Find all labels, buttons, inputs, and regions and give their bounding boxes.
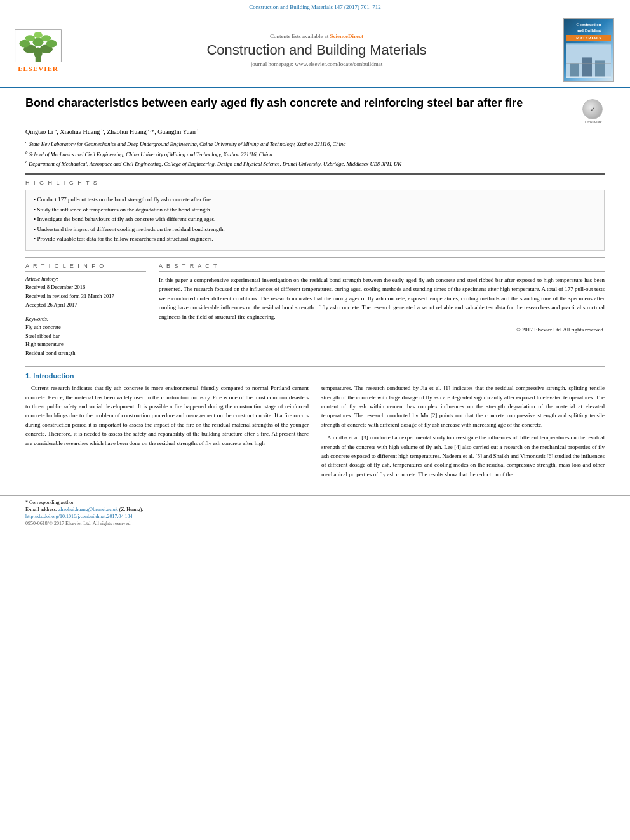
elsevier-logo: ELSEVIER (6, 29, 70, 72)
keyword-4: Residual bond strength (25, 350, 146, 357)
svg-rect-13 (582, 58, 592, 77)
journal-ref-bar: Construction and Building Materials 147 … (0, 0, 630, 13)
intro-para-right-1: temperatures. The research conducted by … (321, 383, 605, 429)
highlight-4: Understand the impact of different cooli… (34, 225, 596, 234)
abstract-col: A B S T R A C T In this paper a comprehe… (159, 263, 605, 359)
doi-link[interactable]: http://dx.doi.org/10.1016/j.conbuildmat.… (25, 514, 605, 519)
contents-line: Contents lists available at ScienceDirec… (76, 33, 557, 39)
abstract-text: In this paper a comprehensive experiment… (159, 276, 605, 321)
journal-reference: Construction and Building Materials 147 … (249, 4, 380, 10)
article-history-label: Article history: (25, 276, 146, 282)
copyright-line: © 2017 Elsevier Ltd. All rights reserved… (159, 326, 605, 333)
author-qingtao-li: Qingtao Li a (25, 128, 57, 135)
abstract-heading: A B S T R A C T (159, 263, 605, 272)
article-info-heading: A R T I C L E I N F O (25, 263, 146, 272)
page: Construction and Building Materials 147 … (0, 0, 630, 840)
email-name: (Z. Huang). (119, 507, 144, 512)
keyword-1: Fly ash concrete (25, 324, 146, 331)
crossmark-label: CrossMark (582, 120, 605, 124)
highlight-3: Investigate the bond behaviours of fly a… (34, 215, 596, 223)
intro-right-col: temperatures. The research conducted by … (321, 383, 605, 483)
keyword-3: High temperature (25, 341, 146, 349)
journal-cover-area: Construction and Building MATERIALS (563, 18, 617, 82)
highlight-5: Provide valuable test data for the fello… (34, 235, 596, 243)
svg-rect-12 (570, 64, 579, 77)
elsevier-tree-icon (13, 29, 64, 63)
header-area: ELSEVIER Contents lists available at Sci… (0, 13, 630, 88)
cover-title-line1: Construction and Building (576, 22, 601, 34)
crossmark-icon: ✓ (582, 99, 603, 119)
rule-after-affiliations (25, 173, 605, 175)
highlight-2: Study the influence of temperatures on t… (34, 206, 596, 214)
accepted-date: Accepted 26 April 2017 (25, 302, 146, 309)
highlights-heading: H I G H L I G H T S (25, 180, 605, 186)
highlight-1: Conduct 177 pull-out tests on the bond s… (34, 196, 596, 204)
main-content: Bond characteristics between early aged … (0, 88, 630, 495)
crossmark-badge[interactable]: ✓ CrossMark (582, 99, 605, 121)
author-xiaohua-huang: Xiaohua Huang b (60, 128, 104, 135)
sciencedirect-link[interactable]: ScienceDirect (330, 33, 363, 39)
keywords-label: Keywords: (25, 316, 146, 322)
highlights-box: Conduct 177 pull-out tests on the bond s… (25, 190, 605, 251)
svg-point-9 (34, 32, 43, 38)
article-title-section: Bond characteristics between early aged … (25, 96, 605, 121)
elsevier-logo-area: ELSEVIER (6, 29, 70, 72)
email-note: E-mail address: zhaohui.huang@brunel.ac.… (25, 507, 605, 512)
corresponding-note: * Corresponding author. (25, 500, 605, 505)
authors-line: Qingtao Li a, Xiaohua Huang b, Zhaohui H… (25, 128, 605, 135)
intro-heading: 1. Introduction (25, 372, 605, 380)
cover-materials-label: MATERIALS (568, 36, 610, 40)
homepage-label: journal homepage: www.elsevier.com/locat… (251, 61, 382, 67)
article-info-col: A R T I C L E I N F O Article history: R… (25, 263, 146, 359)
email-address[interactable]: zhaohui.huang@brunel.ac.uk (58, 507, 118, 512)
contents-label: Contents lists available at (270, 33, 328, 39)
svg-point-8 (41, 35, 51, 41)
affil-b: b School of Mechanics and Civil Engineer… (25, 149, 605, 159)
author-guanglin-yuan: Guanglin Yuan b (158, 128, 199, 135)
svg-rect-14 (595, 61, 605, 77)
header-center: Contents lists available at ScienceDirec… (76, 33, 557, 67)
affil-c: c Department of Mechanical, Aerospace an… (25, 159, 605, 168)
intro-para-1: Current research indicates that fly ash … (25, 383, 309, 448)
article-info-abstract-section: A R T I C L E I N F O Article history: R… (25, 263, 605, 359)
rule-after-highlights (25, 257, 605, 258)
intro-left-col: Current research indicates that fly ash … (25, 383, 309, 483)
article-title: Bond characteristics between early aged … (25, 96, 576, 110)
rule-before-intro (25, 366, 605, 367)
revised-date: Received in revised form 31 March 2017 (25, 293, 146, 300)
affil-a: a State Key Laboratory for Geomechanics … (25, 139, 605, 149)
intro-section: 1. Introduction Current research indicat… (25, 372, 605, 483)
cover-image (566, 43, 611, 78)
issn-line: 0950-0618/© 2017 Elsevier Ltd. All right… (25, 521, 605, 526)
received-date: Received 8 December 2016 (25, 284, 146, 291)
intro-body-columns: Current research indicates that fly ash … (25, 383, 605, 483)
svg-point-7 (25, 35, 35, 41)
cover-orange-bar: MATERIALS (566, 35, 611, 41)
intro-para-right-2: Amrutha et al. [3] conducted an experime… (321, 433, 605, 479)
journal-homepage: journal homepage: www.elsevier.com/locat… (76, 61, 557, 67)
affiliations: a State Key Laboratory for Geomechanics … (25, 139, 605, 168)
elsevier-wordmark: ELSEVIER (18, 65, 58, 72)
footer-area: * Corresponding author. E-mail address: … (0, 495, 630, 530)
author-zhaohui-huang: Zhaohui Huang c,* (107, 128, 154, 135)
journal-title: Construction and Building Materials (76, 42, 557, 58)
keyword-2: Steel ribbed bar (25, 333, 146, 340)
highlights-section: H I G H L I G H T S Conduct 177 pull-out… (25, 180, 605, 251)
cover-image-svg (566, 43, 611, 78)
journal-cover: Construction and Building MATERIALS (563, 18, 614, 82)
